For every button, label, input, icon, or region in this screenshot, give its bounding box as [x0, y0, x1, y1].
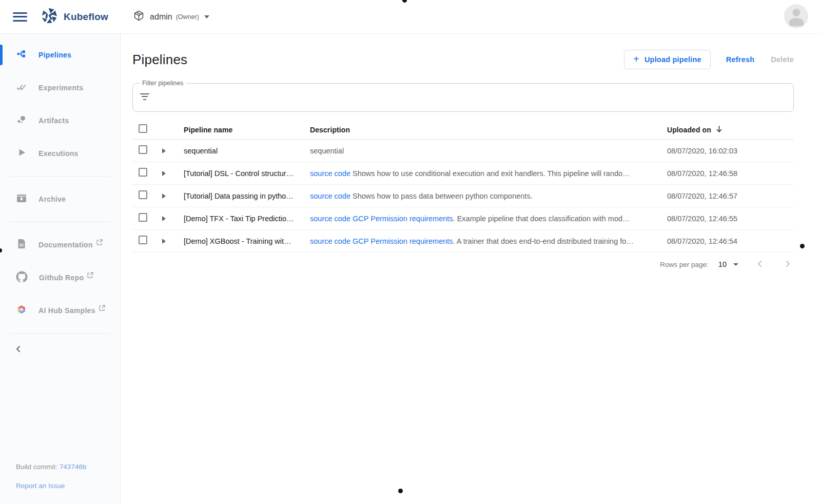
- user-avatar[interactable]: [784, 4, 808, 28]
- expand-row-icon[interactable]: [162, 239, 166, 244]
- chevron-down-icon: [733, 263, 738, 266]
- pipeline-name-link[interactable]: [Tutorial] DSL - Control structur…: [184, 169, 310, 178]
- row-checkbox[interactable]: [139, 190, 147, 199]
- sidebar-divider: [10, 333, 110, 334]
- sidebar-item-artifacts[interactable]: Artifacts: [0, 110, 120, 131]
- external-link-icon: [96, 238, 103, 247]
- expand-row-icon[interactable]: [162, 193, 166, 199]
- rows-per-page-label: Rows per page:: [660, 261, 709, 268]
- edge-artifact-dot: [800, 244, 805, 248]
- description-link[interactable]: source code: [310, 192, 350, 200]
- table-row: [Demo] XGBoost - Training wit…source cod…: [132, 230, 794, 253]
- build-commit-line: Build commit: 743746b: [16, 463, 86, 471]
- sidebar-item-label: Github Repo: [39, 274, 84, 282]
- kubeflow-logo-icon: [41, 7, 58, 26]
- description-text: Shows how to use conditional execution a…: [350, 169, 630, 178]
- expand-row-icon[interactable]: [162, 171, 166, 176]
- row-checkbox[interactable]: [139, 236, 147, 244]
- sidebar-item-github-repo[interactable]: Github Repo: [0, 267, 120, 288]
- uploaded-on-value: 08/07/2020, 12:46:57: [667, 192, 794, 200]
- refresh-button[interactable]: Refresh: [726, 55, 754, 64]
- description-text: . A trainer that does end-to-end distrib…: [453, 237, 634, 245]
- pipelines-table: Pipeline name Description Uploaded on se…: [132, 120, 794, 253]
- uploaded-on-value: 08/07/2020, 12:46:55: [667, 215, 794, 223]
- column-header-uploaded-on[interactable]: Uploaded on: [667, 125, 794, 134]
- sidebar-item-experiments[interactable]: Experiments: [0, 77, 120, 98]
- uploaded-on-value: 08/07/2020, 12:46:54: [667, 237, 794, 245]
- pipeline-description: source code Shows how to use conditional…: [310, 169, 667, 178]
- namespace-selector[interactable]: admin (Owner): [133, 10, 209, 24]
- build-commit-link[interactable]: 743746b: [60, 463, 87, 471]
- description-link[interactable]: GCP Permission requirements: [350, 237, 453, 245]
- sidebar-collapse-button[interactable]: [0, 343, 120, 355]
- table-row: sequentialsequential08/07/2020, 16:02:03: [132, 140, 794, 162]
- column-header-description[interactable]: Description: [310, 126, 667, 134]
- sidebar-item-pipelines[interactable]: Pipelines: [0, 45, 120, 65]
- document-icon: [16, 238, 27, 251]
- hamburger-menu-icon[interactable]: [13, 10, 27, 24]
- pagination: Rows per page: 10: [132, 253, 794, 276]
- chevron-left-icon: [14, 345, 23, 353]
- sidebar: Pipelines Experiments: [0, 34, 121, 504]
- row-checkbox[interactable]: [139, 145, 147, 154]
- uploaded-on-value: 08/07/2020, 16:02:03: [667, 147, 794, 155]
- next-page-button[interactable]: [781, 260, 794, 269]
- pipeline-description: source code GCP Permission requirements.…: [310, 237, 667, 245]
- sidebar-divider: [10, 222, 110, 222]
- sidebar-divider: [10, 176, 110, 177]
- pipeline-description: sequential: [310, 147, 667, 155]
- pipeline-name-link[interactable]: [Tutorial] Data passing in pytho…: [184, 192, 310, 200]
- expand-row-icon[interactable]: [162, 216, 166, 221]
- plus-icon: +: [633, 53, 639, 65]
- table-row: [Tutorial] Data passing in pytho…source …: [132, 185, 794, 207]
- executions-icon: [16, 147, 27, 160]
- kubeflow-brand[interactable]: Kubeflow: [41, 7, 108, 26]
- external-link-icon: [87, 271, 93, 280]
- sidebar-item-label: Experiments: [38, 84, 83, 92]
- description-text: . Example pipeline that does classificat…: [453, 215, 630, 223]
- filter-input[interactable]: [155, 93, 786, 102]
- sidebar-item-archive[interactable]: Archive: [0, 189, 120, 209]
- sidebar-item-label: AI Hub Samples: [38, 306, 95, 315]
- sidebar-item-ai-hub-samples[interactable]: AI Hub Samples: [0, 300, 120, 321]
- upload-pipeline-button[interactable]: + Upload pipeline: [624, 50, 711, 69]
- expand-row-icon[interactable]: [162, 148, 166, 153]
- pipeline-description: source code Shows how to pass data betwe…: [310, 192, 667, 200]
- pipeline-name-link[interactable]: [Demo] TFX - Taxi Tip Predictio…: [184, 215, 310, 223]
- namespace-cube-icon: [133, 10, 145, 24]
- pipeline-table-rows: sequentialsequential08/07/2020, 16:02:03…: [132, 140, 794, 253]
- description-text: Shows how to pass data between python co…: [350, 192, 533, 200]
- github-icon: [16, 271, 28, 285]
- description-text: sequential: [310, 147, 344, 155]
- row-checkbox[interactable]: [139, 213, 147, 222]
- page-title: Pipelines: [132, 52, 624, 68]
- table-row: [Tutorial] DSL - Control structur…source…: [132, 162, 794, 185]
- sidebar-item-label: Documentation: [38, 241, 93, 249]
- table-header-row: Pipeline name Description Uploaded on: [132, 120, 794, 140]
- report-issue-link[interactable]: Report an Issue: [16, 482, 65, 490]
- edge-artifact-dot: [398, 489, 403, 493]
- sidebar-item-executions[interactable]: Executions: [0, 143, 120, 164]
- delete-button[interactable]: Delete: [771, 55, 794, 64]
- description-link[interactable]: source code: [310, 237, 350, 245]
- sidebar-item-label: Executions: [38, 149, 79, 158]
- external-link-icon: [99, 304, 105, 313]
- rows-per-page-select[interactable]: 10: [718, 260, 738, 268]
- experiments-icon: [16, 81, 27, 94]
- sidebar-item-label: Pipelines: [38, 51, 71, 59]
- previous-page-button[interactable]: [754, 260, 766, 269]
- select-all-checkbox[interactable]: [139, 124, 147, 133]
- description-link[interactable]: source code: [310, 215, 350, 223]
- namespace-role: (Owner): [176, 13, 199, 21]
- row-checkbox[interactable]: [139, 168, 147, 177]
- description-link[interactable]: source code: [310, 169, 350, 178]
- pipelines-icon: [16, 48, 27, 62]
- filter-field[interactable]: Filter pipelines: [132, 83, 794, 112]
- pipeline-name-link[interactable]: [Demo] XGBoost - Training wit…: [184, 237, 310, 245]
- sort-descending-icon: [715, 125, 723, 134]
- filter-icon: [140, 93, 149, 102]
- description-link[interactable]: GCP Permission requirements: [350, 215, 453, 223]
- sidebar-item-documentation[interactable]: Documentation: [0, 235, 120, 255]
- pipeline-name-link[interactable]: sequential: [184, 147, 310, 155]
- column-header-pipeline-name[interactable]: Pipeline name: [184, 126, 310, 134]
